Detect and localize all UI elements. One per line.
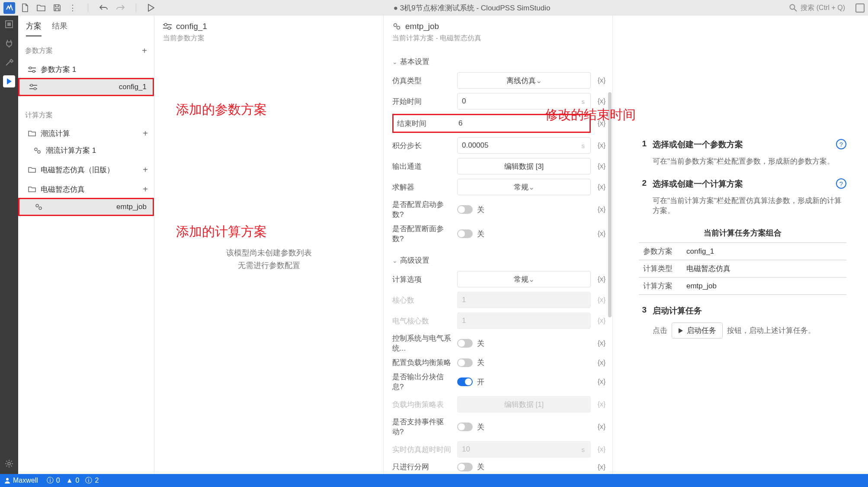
svg-point-14 [38,151,40,153]
folder-icon [28,166,36,174]
step-input[interactable] [457,137,591,154]
config-title: config_1 [176,22,207,31]
chevron-down-icon: ⌄ [392,257,397,264]
undo-icon[interactable] [99,4,108,11]
rail-plug-icon[interactable] [3,37,15,49]
solver-select[interactable]: 常规⌄ [457,179,591,195]
more-icon[interactable]: ⋮ [69,3,77,13]
job-title: emtp_job [405,22,439,31]
search-placeholder[interactable]: 搜索 (Ctrl + Q) [801,3,845,13]
step2-title: 选择或创建一个计算方案 [653,178,743,190]
emt-folder[interactable]: 电磁暂态仿真 + [18,181,154,198]
gears-icon [34,203,43,211]
tab-result[interactable]: 结果 [52,21,67,36]
help-icon[interactable]: ? [836,178,846,189]
step1-title: 选择或创建一个参数方案 [653,139,743,150]
rail-play-icon[interactable] [3,75,15,87]
open-folder-icon[interactable] [37,4,45,12]
expr-button[interactable]: {x} [596,378,607,386]
save-icon[interactable] [53,4,61,12]
expr-button[interactable]: {x} [596,77,607,84]
expr-button[interactable]: {x} [596,183,607,191]
cores-input [457,292,591,308]
ecores-input [457,313,591,329]
calc-opt-select[interactable]: 常规⌄ [457,271,591,287]
emtp-job-item[interactable]: emtp_job [18,198,154,216]
scrollbar[interactable] [608,92,612,317]
expr-button[interactable]: {x} [596,230,607,238]
help-panel: 1选择或创建一个参数方案? 可在"当前参数方案"栏处配置参数，形成新的参数方案。… [613,16,868,474]
tab-plan[interactable]: 方案 [26,21,42,36]
svg-rect-3 [7,23,11,26]
cfg-start-toggle[interactable] [457,205,473,214]
rail-settings-icon[interactable] [3,458,15,470]
rt-timeout-input [457,441,591,458]
play-icon [678,328,683,334]
param-plan-item[interactable]: 参数方案 1 [18,61,154,78]
param-plan-config1[interactable]: config_1 [18,78,154,96]
annotation-calc: 添加的计算方案 [176,223,267,241]
flow-calc-item[interactable]: 潮流计算方案 1 [18,142,154,159]
empty-message: 该模型尚未创建参数列表 无需进行参数配置 [226,247,312,272]
add-param-plan-button[interactable]: + [142,46,147,56]
new-file-icon[interactable] [21,3,29,12]
combo-table: 参数方案config_1 计算类型电磁暂态仿真 计算方案emtp_job [639,242,846,295]
run-icon[interactable] [147,4,154,12]
step1-desc: 可在"当前参数方案"栏处配置参数，形成新的参数方案。 [653,156,846,166]
top-toolbar: ⋮ ● 3机9节点标准测试系统 - CloudPSS SimStudio 搜索 … [0,0,868,16]
section-basic-header[interactable]: ⌄基本设置 [392,53,607,70]
svg-point-16 [39,207,42,210]
status-user[interactable]: Maxwell [4,477,38,484]
param-config-panel: config_1 当前参数方案 添加的参数方案 添加的计算方案 该模型尚未创建参… [154,16,384,474]
expr-button[interactable]: {x} [596,97,607,105]
expr-button[interactable]: {x} [596,142,607,149]
svg-point-23 [6,478,9,481]
emt-old-folder[interactable]: 电磁暂态仿真（旧版） + [18,161,154,178]
search-icon[interactable] [789,4,797,12]
svg-point-12 [34,88,36,90]
expr-button[interactable]: {x} [596,206,607,213]
ctrl-sync-toggle[interactable] [457,339,473,348]
add-emt-button[interactable]: + [143,184,148,194]
expr-button[interactable]: {x} [596,339,607,347]
rail-tools-icon[interactable] [3,56,15,68]
add-flow-calc-button[interactable]: + [143,129,148,139]
status-counts[interactable]: ⓘ 0 ▲ 0 ⓘ 2 [47,476,99,485]
block-out-toggle[interactable] [457,377,473,386]
window-title: ● 3机9节点标准测试系统 - CloudPSS SimStudio [154,3,789,13]
add-emt-old-button[interactable]: + [143,165,148,175]
expr-button[interactable]: {x} [596,275,607,283]
help-icon[interactable]: ? [836,139,846,149]
fullscreen-icon[interactable] [855,3,865,13]
gears-icon [392,22,401,31]
redo-icon[interactable] [116,4,125,11]
status-bar: Maxwell ⓘ 0 ▲ 0 ⓘ 2 [0,474,868,487]
event-drv-toggle[interactable] [457,422,473,431]
expr-button[interactable]: {x} [596,463,607,471]
flow-folder[interactable]: 潮流计算 + [18,125,154,142]
section-advanced-header[interactable]: ⌄高级设置 [392,252,607,269]
expr-button[interactable]: {x} [596,359,607,367]
config-subtitle: 当前参数方案 [163,34,375,43]
only-part-toggle[interactable] [457,463,473,471]
chevron-down-icon: ⌄ [528,275,535,284]
svg-point-6 [29,67,32,69]
annotation-param: 添加的参数方案 [176,101,267,119]
svg-point-20 [168,27,170,29]
app-logo[interactable] [3,2,15,14]
rail-module-icon[interactable] [3,18,15,30]
sim-type-select[interactable]: 离线仿真⌄ [457,72,591,89]
edit-channels-button[interactable]: 编辑数据 [3] [457,158,591,174]
load-balance-toggle[interactable] [457,358,473,367]
activity-bar [0,16,18,474]
folder-icon [28,129,36,138]
start-task-button[interactable]: 启动任务 [672,323,723,339]
job-subtitle: 当前计算方案 - 电磁暂态仿真 [392,34,604,43]
chevron-down-icon: ⌄ [528,183,535,192]
cfg-snap-toggle[interactable] [457,229,473,238]
expr-button[interactable]: {x} [596,423,607,431]
lb-table-button: 编辑数据 [1] [457,396,591,413]
gears-icon [33,146,42,155]
svg-point-15 [36,204,38,207]
expr-button[interactable]: {x} [596,162,607,170]
